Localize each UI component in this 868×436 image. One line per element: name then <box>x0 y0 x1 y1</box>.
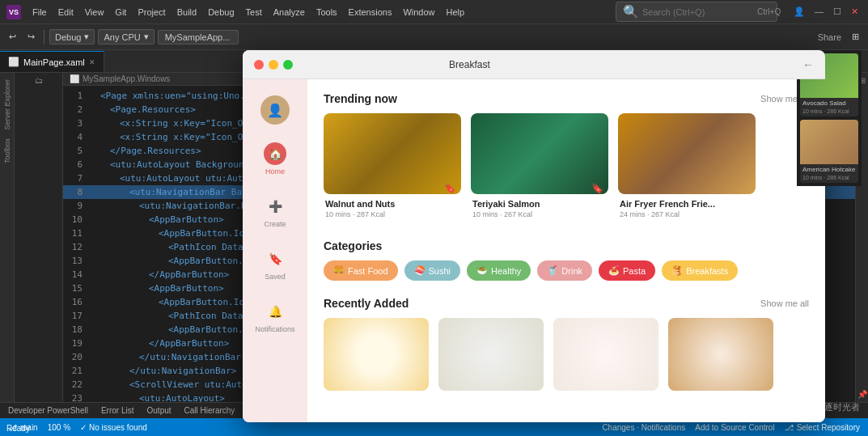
close-button[interactable]: ✕ <box>848 6 862 17</box>
recently-section-header: Recently Added Show me all <box>324 297 809 310</box>
menu-test[interactable]: Test <box>241 6 267 19</box>
search-input[interactable] <box>642 7 754 17</box>
recently-title: Recently Added <box>324 297 409 310</box>
trending-card-2[interactable]: Air Fryer French Frie... 24 mins · 267 K… <box>618 113 756 223</box>
line-number-1: 1 <box>63 89 89 103</box>
zoom-indicator[interactable]: 100 % <box>48 423 70 432</box>
line-number-10: 10 <box>63 213 89 226</box>
line-number-3: 3 <box>63 116 89 130</box>
app-name-label: MySampleApp... <box>158 30 239 44</box>
code-text-14: </AppBarButton> <box>149 269 229 280</box>
menu-extensions[interactable]: Extensions <box>344 6 397 19</box>
app-main-content[interactable]: 🔍 Trending now Show me all 🔖 Walnut and … <box>307 79 825 422</box>
line-number-12: 12 <box>63 240 89 254</box>
trending-cards-row: 🔖 Walnut and Nuts 10 mins · 287 Kcal 🔖 T… <box>324 113 809 223</box>
line-number-17: 17 <box>63 309 89 323</box>
undo-button[interactable]: ↩ <box>5 30 20 44</box>
nav-create[interactable]: ➕ Create <box>243 185 307 238</box>
menu-git[interactable]: Git <box>110 6 131 19</box>
bookmark-icon-1[interactable]: 🔖 <box>591 183 603 194</box>
tab-call-hierarchy[interactable]: Call Hierarchy <box>181 404 239 417</box>
saved-nav-icon: 🔖 <box>264 248 286 270</box>
card-info-2: Air Fryer French Frie... 24 mins · 267 K… <box>618 194 756 223</box>
category-pasta[interactable]: 🍝 Pasta <box>599 260 655 281</box>
tab-close-button[interactable]: ✕ <box>89 58 95 66</box>
vs-toolbar: ↩ ↪ Debug ▾ Any CPU ▾ MySampleApp... Sha… <box>0 24 868 50</box>
changes-notifications[interactable]: Changes · Notifications <box>602 423 685 432</box>
redo-button[interactable]: ↪ <box>23 30 39 44</box>
bookmark-icon-0[interactable]: 🔖 <box>444 183 456 194</box>
tab-mainpage-xaml[interactable]: ⬜ MainPage.xaml ✕ <box>0 51 104 72</box>
line-number-16: 16 <box>63 295 89 309</box>
profile-icon[interactable]: 👤 <box>790 6 808 17</box>
recent-card-1[interactable] <box>438 318 544 391</box>
recently-show-all-button[interactable]: Show me all <box>760 298 809 308</box>
category-breakfasts[interactable]: 🥞 Breakfasts <box>662 260 738 281</box>
line-number-15: 15 <box>63 281 89 295</box>
nav-saved[interactable]: 🔖 Saved <box>243 238 307 290</box>
line-number-21: 21 <box>63 364 89 378</box>
menu-build[interactable]: Build <box>172 6 201 19</box>
category-drink[interactable]: 🥤 Drink <box>537 260 592 281</box>
vs-logo: VS <box>6 5 21 19</box>
search-shortcut: Ctrl+Q <box>757 7 781 16</box>
app-back-button[interactable]: ← <box>802 58 814 71</box>
menu-window[interactable]: Window <box>398 6 439 19</box>
right-pin-button[interactable]: 📌 <box>857 390 867 399</box>
code-text-1: <Page xmlns:uen="using:Uno.Exte <box>100 91 266 101</box>
share-button[interactable]: Share <box>818 32 841 42</box>
recent-card-0[interactable] <box>324 318 429 391</box>
preview-meta-0: 10 mins · 286 Kcal <box>800 108 858 116</box>
preview-card-1[interactable]: American Hotcake 10 mins · 286 Kcal <box>800 120 858 183</box>
select-repository-button[interactable]: ⎇ Select Repository <box>785 423 860 432</box>
issues-label: No issues found <box>89 423 147 432</box>
tab-developer-powershell[interactable]: Developer PowerShell <box>5 404 91 417</box>
menu-edit[interactable]: Edit <box>53 6 78 19</box>
maximize-dot[interactable] <box>283 60 293 70</box>
category-healthy[interactable]: 🥗 Healthy <box>467 260 531 281</box>
categories-section-header: Categories <box>324 239 809 252</box>
menu-debug[interactable]: Debug <box>203 6 239 19</box>
nav-saved-label: Saved <box>265 273 286 281</box>
nav-home[interactable]: 🏠 Home <box>243 133 307 185</box>
menu-tools[interactable]: Tools <box>311 6 342 19</box>
line-number-2: 2 <box>63 103 89 116</box>
maximize-button[interactable]: ☐ <box>830 6 845 17</box>
source-control-button[interactable]: Add to Source Control <box>695 423 774 432</box>
line-number-13: 13 <box>63 254 89 268</box>
menu-project[interactable]: Project <box>133 6 170 19</box>
breakfasts-icon: 🥞 <box>671 265 683 276</box>
nav-notifications[interactable]: 🔔 Notifications <box>243 290 307 343</box>
search-box[interactable]: 🔍 Ctrl+Q <box>616 2 777 22</box>
minimize-button[interactable]: — <box>811 6 827 17</box>
category-fast-food[interactable]: 🍔 Fast Food <box>324 260 398 281</box>
menu-file[interactable]: File <box>28 6 52 19</box>
tab-output[interactable]: Output <box>144 404 175 417</box>
menu-help[interactable]: Help <box>442 6 470 19</box>
toolbox-button[interactable]: Toolbox <box>2 135 12 167</box>
app-window: Breakfast ← 👤 🏠 Home ➕ Create 🔖 Saved 🔔 … <box>243 50 825 422</box>
card-info-0: 🔖 Walnut and Nuts 10 mins · 287 Kcal <box>324 194 461 223</box>
cpu-dropdown[interactable]: Any CPU ▾ <box>98 29 154 44</box>
recent-card-3[interactable] <box>668 318 773 391</box>
line-number-5: 5 <box>63 144 89 158</box>
categories-row: 🍔 Fast Food 🍣 Sushi 🥗 Healthy 🥤 Drink 🍝 … <box>324 260 809 281</box>
menu-view[interactable]: View <box>80 6 109 19</box>
recent-card-2[interactable] <box>553 318 658 391</box>
category-sushi[interactable]: 🍣 Sushi <box>404 260 461 281</box>
code-text-8: <utu:NavigationBar Backg <box>129 187 258 197</box>
trending-card-0[interactable]: 🔖 Walnut and Nuts 10 mins · 287 Kcal <box>324 113 461 223</box>
solution-panel: 🗂 <box>15 73 63 402</box>
server-explorer-button[interactable]: Server Explorer <box>2 76 12 133</box>
tab-error-list[interactable]: Error List <box>98 404 138 417</box>
menu-analyze[interactable]: Analyze <box>269 6 310 19</box>
debug-dropdown[interactable]: Debug ▾ <box>49 29 95 44</box>
trending-card-1[interactable]: 🔖 Teriyaki Salmon 10 mins · 267 Kcal <box>471 113 608 223</box>
no-issues-indicator[interactable]: ✓ No issues found <box>80 423 147 432</box>
line-number-20: 20 <box>63 350 89 364</box>
collapse-panel-button[interactable]: ⊞ <box>848 30 863 44</box>
card-title-2: Air Fryer French Frie... <box>620 199 754 209</box>
minimize-dot[interactable] <box>269 60 278 70</box>
close-dot[interactable] <box>254 60 264 70</box>
menu-bar: File Edit View Git Project Build Debug T… <box>28 6 469 19</box>
